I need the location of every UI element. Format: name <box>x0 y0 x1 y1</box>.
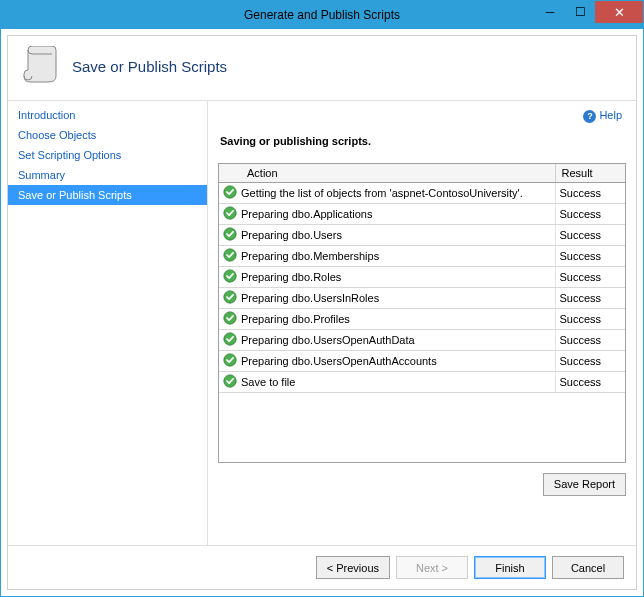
success-icon <box>223 185 237 201</box>
result-text: Success <box>555 350 625 371</box>
table-row: Preparing dbo.MembershipsSuccess <box>219 245 625 266</box>
col-result: Result <box>555 164 625 183</box>
cancel-button[interactable]: Cancel <box>552 556 624 579</box>
close-button[interactable]: ✕ <box>595 1 643 23</box>
table-row: Save to fileSuccess <box>219 371 625 392</box>
success-icon <box>223 227 237 243</box>
result-text: Success <box>555 371 625 392</box>
minimize-button[interactable]: ─ <box>535 1 565 23</box>
sidebar-item-summary[interactable]: Summary <box>8 165 207 185</box>
progress-table: Action Result Getting the list of object… <box>218 163 626 463</box>
table-row: Preparing dbo.UsersInRolesSuccess <box>219 287 625 308</box>
help-link[interactable]: Help <box>599 109 622 121</box>
page-title: Save or Publish Scripts <box>72 58 227 75</box>
success-icon <box>223 269 237 285</box>
col-action: Action <box>219 164 555 183</box>
wizard-header: Save or Publish Scripts <box>8 36 636 101</box>
action-text: Preparing dbo.Roles <box>241 271 341 283</box>
result-text: Success <box>555 245 625 266</box>
previous-button[interactable]: < Previous <box>316 556 390 579</box>
help-row: ?Help <box>218 107 626 131</box>
wizard-body: IntroductionChoose ObjectsSet Scripting … <box>8 101 636 545</box>
result-text: Success <box>555 182 625 203</box>
action-text: Preparing dbo.UsersInRoles <box>241 292 379 304</box>
result-text: Success <box>555 329 625 350</box>
window-controls: ─ ☐ ✕ <box>535 1 643 23</box>
titlebar: Generate and Publish Scripts ─ ☐ ✕ <box>1 1 643 29</box>
table-row: Getting the list of objects from 'aspnet… <box>219 182 625 203</box>
table-row: Preparing dbo.UsersSuccess <box>219 224 625 245</box>
action-text: Preparing dbo.UsersOpenAuthAccounts <box>241 355 437 367</box>
sidebar-item-set-scripting-options[interactable]: Set Scripting Options <box>8 145 207 165</box>
action-text: Preparing dbo.Users <box>241 229 342 241</box>
success-icon <box>223 206 237 222</box>
success-icon <box>223 248 237 264</box>
success-icon <box>223 374 237 390</box>
next-button: Next > <box>396 556 468 579</box>
success-icon <box>223 332 237 348</box>
success-icon <box>223 353 237 369</box>
sidebar-item-save-or-publish-scripts[interactable]: Save or Publish Scripts <box>8 185 207 205</box>
result-text: Success <box>555 266 625 287</box>
maximize-button[interactable]: ☐ <box>565 1 595 23</box>
help-icon: ? <box>583 110 596 123</box>
action-text: Preparing dbo.Profiles <box>241 313 350 325</box>
action-text: Preparing dbo.UsersOpenAuthData <box>241 334 415 346</box>
action-text: Preparing dbo.Memberships <box>241 250 379 262</box>
success-icon <box>223 311 237 327</box>
table-row: Preparing dbo.UsersOpenAuthDataSuccess <box>219 329 625 350</box>
action-text: Save to file <box>241 376 295 388</box>
status-text: Saving or publishing scripts. <box>218 131 626 163</box>
main-panel: ?Help Saving or publishing scripts. Acti… <box>208 101 636 545</box>
action-text: Getting the list of objects from 'aspnet… <box>241 187 523 199</box>
result-text: Success <box>555 308 625 329</box>
progress-tbody: Getting the list of objects from 'aspnet… <box>219 182 625 392</box>
wizard-footer: < Previous Next > Finish Cancel <box>8 545 636 589</box>
sidebar: IntroductionChoose ObjectsSet Scripting … <box>8 101 208 545</box>
table-row: Preparing dbo.RolesSuccess <box>219 266 625 287</box>
sidebar-item-choose-objects[interactable]: Choose Objects <box>8 125 207 145</box>
table-row: Preparing dbo.ProfilesSuccess <box>219 308 625 329</box>
result-text: Success <box>555 203 625 224</box>
success-icon <box>223 290 237 306</box>
save-report-button[interactable]: Save Report <box>543 473 626 496</box>
wizard-window: Generate and Publish Scripts ─ ☐ ✕ Save … <box>0 0 644 597</box>
save-report-row: Save Report <box>218 463 626 500</box>
script-icon <box>22 46 58 86</box>
wizard-inner: Save or Publish Scripts IntroductionChoo… <box>7 35 637 590</box>
result-text: Success <box>555 287 625 308</box>
action-text: Preparing dbo.Applications <box>241 208 372 220</box>
table-row: Preparing dbo.UsersOpenAuthAccountsSucce… <box>219 350 625 371</box>
sidebar-item-introduction[interactable]: Introduction <box>8 105 207 125</box>
result-text: Success <box>555 224 625 245</box>
finish-button[interactable]: Finish <box>474 556 546 579</box>
table-row: Preparing dbo.ApplicationsSuccess <box>219 203 625 224</box>
